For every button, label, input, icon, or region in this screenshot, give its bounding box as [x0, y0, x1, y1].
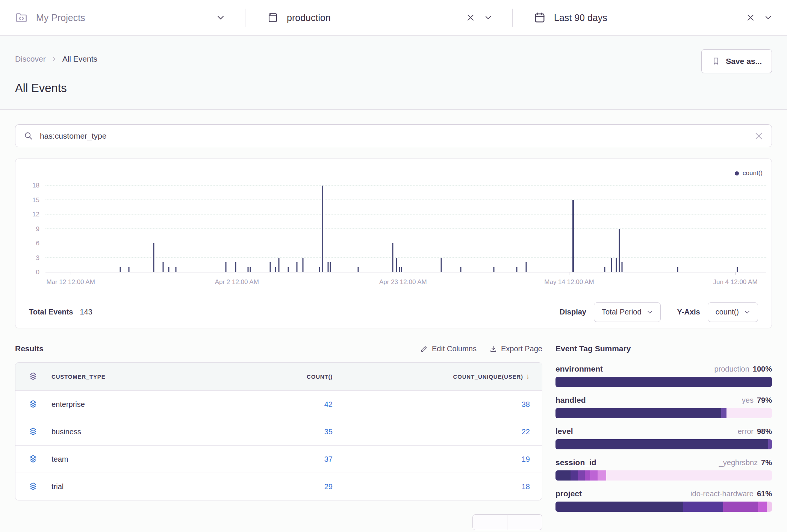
column-header-tag[interactable]: CUSTOMER_TYPE — [51, 373, 242, 380]
close-icon[interactable] — [466, 14, 475, 22]
count-cell[interactable]: 35 — [242, 428, 333, 436]
table-row: trial2918 — [15, 473, 542, 500]
column-header-count[interactable]: COUNT() — [242, 373, 333, 380]
event-count-bar — [275, 267, 276, 272]
tag-bar-segment — [768, 439, 772, 449]
x-tick-label: Jun 4 12:00 AM — [713, 278, 757, 286]
column-header-unique[interactable]: COUNT_UNIQUE(USER) ↓ — [333, 372, 530, 381]
table-body: enterprise4238business3522team3719trial2… — [15, 390, 542, 500]
gridline — [45, 228, 766, 229]
tag-bar-segment — [578, 470, 584, 481]
x-tick-mark — [736, 272, 736, 275]
event-count-bar — [302, 258, 303, 272]
count-unique-cell[interactable]: 22 — [333, 428, 530, 436]
count-unique-cell[interactable]: 38 — [333, 400, 530, 409]
tag-distribution-bar[interactable] — [555, 502, 772, 512]
table-header-row: CUSTOMER_TYPE COUNT() COUNT_UNIQUE(USER)… — [15, 363, 542, 390]
stack-icon — [28, 372, 51, 381]
tag-summary-list: environmentproduction100%handledyes79%le… — [555, 364, 772, 512]
tag-summary-heading: Event Tag Summary — [555, 344, 772, 353]
event-count-bar — [330, 262, 331, 272]
tag-bar-segment — [606, 470, 772, 481]
table-row: enterprise4238 — [15, 390, 542, 418]
x-tick-label: Apr 23 12:00 AM — [379, 278, 427, 286]
event-tag-summary: Event Tag Summary environmentproduction1… — [555, 344, 772, 520]
chevron-down-icon — [647, 309, 653, 315]
edit-columns-button[interactable]: Edit Columns — [420, 345, 477, 353]
event-count-bar — [399, 267, 400, 272]
event-count-bar — [225, 262, 226, 272]
date-range-filter[interactable]: Last 90 days — [513, 0, 772, 35]
breadcrumb-current: All Events — [62, 54, 97, 63]
breadcrumb: Discover All Events — [15, 54, 772, 63]
display-label: Display — [560, 308, 586, 316]
gridline — [45, 185, 766, 186]
event-count-bar — [616, 258, 617, 272]
stack-icon — [28, 399, 51, 409]
event-count-bar — [396, 258, 397, 272]
save-as-button[interactable]: Save as... — [701, 49, 772, 73]
events-chart-panel: count() 0369121518 Mar 12 12:00 AMApr 2 … — [15, 159, 772, 328]
environment-filter-label: production — [287, 12, 331, 23]
clear-search-icon[interactable] — [754, 131, 763, 141]
yaxis-dropdown[interactable]: count() — [708, 302, 758, 322]
tag-percent: 7% — [761, 458, 772, 467]
count-unique-cell[interactable]: 19 — [333, 455, 530, 464]
tag-distribution-bar[interactable] — [555, 377, 772, 387]
events-chart[interactable]: count() 0369121518 Mar 12 12:00 AMApr 2 … — [15, 159, 772, 296]
event-count-bar — [401, 267, 402, 272]
chevron-down-icon[interactable] — [484, 14, 492, 21]
window-icon — [267, 12, 278, 23]
x-tick-mark — [71, 272, 71, 275]
tag-distribution-bar[interactable] — [555, 439, 772, 449]
event-count-bar — [392, 243, 394, 272]
save-as-label: Save as... — [726, 57, 762, 66]
event-count-bar — [516, 267, 518, 272]
count-cell[interactable]: 29 — [242, 482, 333, 491]
tag-value-cell: team — [51, 455, 242, 464]
close-icon[interactable] — [746, 14, 755, 22]
tag-bar-segment — [585, 470, 590, 481]
chevron-down-icon[interactable] — [764, 14, 772, 21]
event-count-bar — [270, 262, 271, 272]
count-cell[interactable]: 37 — [242, 455, 333, 464]
breadcrumb-discover-link[interactable]: Discover — [15, 54, 46, 63]
y-tick-label: 15 — [15, 196, 39, 204]
top-bar: My Projects production — [0, 0, 787, 36]
previous-page-button[interactable] — [472, 514, 507, 530]
event-count-bar — [288, 267, 289, 272]
project-filter[interactable]: My Projects — [15, 0, 245, 35]
chevron-down-icon[interactable] — [216, 14, 225, 22]
event-count-bar — [327, 262, 328, 272]
tag-percent: 98% — [757, 427, 772, 436]
event-count-bar — [162, 262, 163, 272]
event-count-bar — [460, 267, 461, 272]
tag-name: environment — [555, 364, 603, 373]
chart-plot — [45, 178, 766, 272]
tag-distribution-bar[interactable] — [555, 408, 772, 418]
results-section: Results Edit Columns Export Page — [15, 344, 542, 530]
tag-percent: 100% — [753, 365, 772, 373]
display-dropdown[interactable]: Total Period — [594, 302, 661, 322]
tag-bar-segment — [758, 502, 767, 512]
x-tick-mark — [403, 272, 403, 275]
download-icon — [489, 345, 497, 353]
date-range-label: Last 90 days — [554, 12, 607, 23]
event-count-bar — [611, 258, 612, 272]
environment-filter[interactable]: production — [245, 0, 512, 35]
export-page-button[interactable]: Export Page — [489, 345, 542, 353]
tag-bar-segment — [598, 470, 606, 481]
count-cell[interactable]: 42 — [242, 400, 333, 409]
count-unique-cell[interactable]: 18 — [333, 482, 530, 491]
event-count-bar — [250, 267, 251, 272]
event-count-bar — [319, 267, 320, 272]
chevron-right-icon — [51, 56, 57, 62]
chart-footer: Total Events 143 Display Total Period Y-… — [15, 296, 772, 328]
next-page-button[interactable] — [507, 514, 542, 530]
search-input[interactable] — [40, 131, 748, 141]
tag-distribution-bar[interactable] — [555, 470, 772, 481]
chevron-down-icon — [744, 309, 750, 315]
event-count-bar — [235, 262, 236, 272]
display-dropdown-value: Total Period — [602, 308, 642, 316]
y-tick-label: 3 — [15, 254, 39, 262]
